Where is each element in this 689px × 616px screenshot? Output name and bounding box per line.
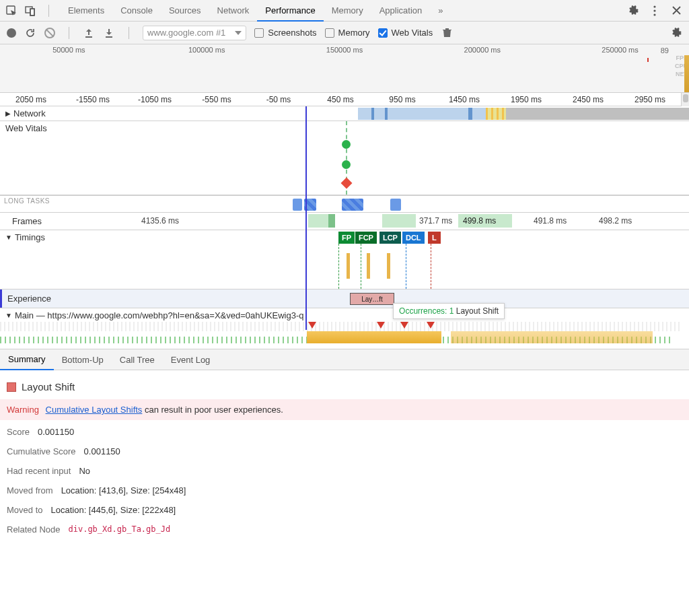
cumscore-row: Cumulative Score0.001150	[7, 440, 682, 459]
recording-select-value: www.google.com #1	[147, 28, 225, 38]
svg-point-5	[653, 9, 655, 11]
timeline-vscroll[interactable]	[681, 93, 689, 106]
relatednode-row: Related Nodediv.gb_Xd.gb_Ta.gb_Jd	[7, 518, 682, 537]
separator	[129, 27, 129, 39]
webvitals-checkbox[interactable]: Web Vitals	[378, 28, 433, 38]
inspect-icon[interactable]	[5, 5, 17, 17]
cls-marker-icon	[340, 178, 352, 189]
longtasks-track[interactable]: LONG TASKS	[0, 195, 689, 213]
movedto-row: Moved toLocation: [445,6], Size: [222x48…	[7, 498, 682, 518]
perf-toolbar: www.google.com #1 Screenshots Memory Web…	[0, 22, 689, 44]
tab-summary[interactable]: Summary	[0, 349, 54, 370]
fp-badge: FP	[338, 232, 355, 244]
recording-select[interactable]: www.google.com #1	[143, 26, 246, 40]
recentinput-row: Had recent inputNo	[7, 459, 682, 479]
tab-network[interactable]: Network	[209, 0, 258, 21]
settings-icon[interactable]	[627, 5, 639, 17]
clear-icon[interactable]	[44, 28, 55, 38]
devtools-tabbar: Elements Console Sources Network Perform…	[0, 0, 689, 22]
webvital-marker-icon	[342, 160, 351, 169]
overview-activity-bar	[684, 55, 689, 92]
menu-icon[interactable]	[649, 5, 661, 17]
separator	[48, 5, 49, 17]
layoutshift-swatch-icon	[7, 382, 16, 392]
upload-icon[interactable]	[83, 27, 95, 39]
playhead-line[interactable]	[305, 106, 307, 330]
record-button[interactable]	[7, 28, 16, 38]
experience-track[interactable]: Experience Lay…ft Occurrences: 1 Layout …	[0, 289, 689, 308]
tab-calltree[interactable]: Call Tree	[112, 349, 163, 370]
device-toggle-icon[interactable]	[24, 5, 36, 17]
tab-eventlog[interactable]: Event Log	[163, 349, 219, 370]
webvital-marker-icon	[342, 140, 351, 149]
overview-ruler: 50000 ms100000 ms 150000 ms200000 ms 250…	[0, 44, 689, 54]
webvitals-track[interactable]: Web Vitals	[0, 121, 689, 195]
timeline-ruler[interactable]: 2050 ms-1550 ms-1050 ms -550 ms-50 ms450…	[0, 93, 681, 106]
movedfrom-row: Moved fromLocation: [413,6], Size: [254x…	[7, 479, 682, 498]
tab-sources[interactable]: Sources	[161, 0, 209, 21]
separator	[69, 27, 69, 39]
tab-performance[interactable]: Performance	[257, 0, 323, 22]
svg-point-4	[653, 5, 655, 7]
related-node-link[interactable]: div.gb_Xd.gb_Ta.gb_Jd	[69, 524, 171, 535]
network-track[interactable]: ▶Network	[0, 106, 689, 121]
reload-icon[interactable]	[24, 27, 36, 39]
timings-track[interactable]: ▼Timings FP FCP LCP DCL L	[0, 230, 689, 289]
layoutshift-event[interactable]: Lay…ft	[350, 293, 394, 305]
trash-icon[interactable]	[441, 27, 453, 39]
frames-track[interactable]: Frames 4135.6 ms 371.7 ms 499.8 ms 491.8…	[0, 213, 689, 230]
svg-point-6	[653, 13, 655, 15]
tab-application[interactable]: Application	[371, 0, 431, 21]
details-tabs: Summary Bottom-Up Call Tree Event Log	[0, 349, 689, 370]
tab-memory[interactable]: Memory	[324, 0, 371, 21]
overview-minimap[interactable]: 50000 ms100000 ms 150000 ms200000 ms 250…	[0, 44, 689, 93]
overview-right-tick: 89	[661, 46, 669, 55]
tabs-overflow[interactable]: »	[430, 0, 451, 21]
dcl-badge: DCL	[402, 232, 425, 244]
capture-settings-icon[interactable]	[670, 27, 682, 39]
event-tooltip: Occurrences: 1 Layout Shift	[393, 303, 505, 319]
summary-panel: Layout Shift Warning Cumulative Layout S…	[0, 370, 689, 537]
lcp-badge: LCP	[379, 232, 401, 244]
fcp-badge: FCP	[355, 232, 377, 244]
score-row: Score0.001150	[7, 420, 682, 440]
load-badge: L	[428, 232, 441, 244]
svg-rect-2	[30, 9, 34, 15]
screenshots-checkbox[interactable]: Screenshots	[254, 28, 316, 38]
tab-elements[interactable]: Elements	[60, 0, 112, 21]
main-thread-track[interactable]: ▼Main — https://www.google.com/webhp?hl=…	[0, 308, 689, 349]
tab-bottomup[interactable]: Bottom-Up	[54, 349, 112, 370]
warning-banner: Warning Cumulative Layout Shifts can res…	[0, 399, 689, 420]
close-icon[interactable]	[670, 5, 682, 17]
download-icon[interactable]	[103, 27, 115, 39]
tab-console[interactable]: Console	[112, 0, 161, 21]
dropdown-caret-icon	[235, 31, 242, 35]
memory-checkbox[interactable]: Memory	[325, 28, 370, 38]
cls-doc-link[interactable]: Cumulative Layout Shifts	[46, 405, 143, 415]
summary-title: Layout Shift	[7, 377, 682, 399]
